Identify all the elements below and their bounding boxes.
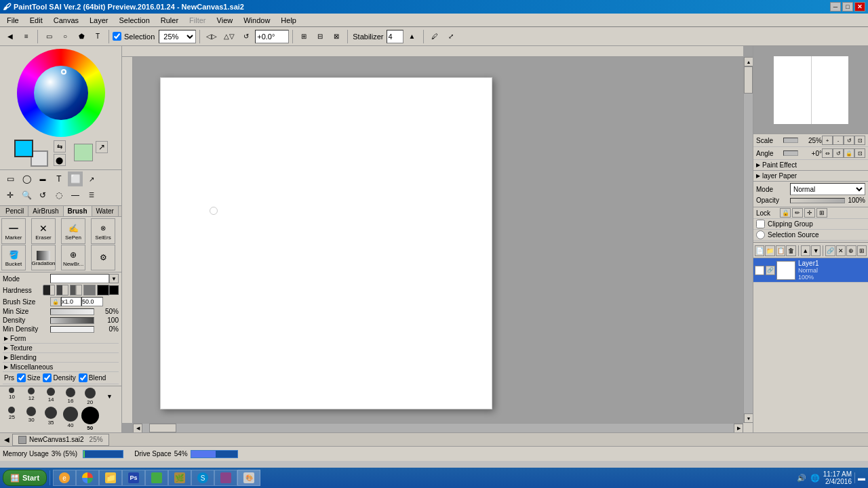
layer-folder-btn[interactable]: 📁: [765, 245, 774, 256]
preset-bucket[interactable]: 🪣 Bucket: [1, 245, 26, 270]
taskbar-photoshop[interactable]: Ps: [122, 470, 145, 486]
show-desktop-btn[interactable]: ▬: [854, 472, 865, 483]
reset-colors-btn[interactable]: ⬤: [54, 154, 66, 166]
scroll-right-btn[interactable]: ▶: [734, 424, 743, 432]
tool-select-ellipse[interactable]: ◌: [52, 188, 66, 203]
tool-arrow[interactable]: ↗: [84, 171, 99, 186]
brush-dot-10[interactable]: 10: [3, 388, 21, 405]
tool-line[interactable]: —: [68, 188, 83, 203]
tab-pencil[interactable]: Pencil: [1, 206, 28, 216]
scale-up-btn[interactable]: +: [822, 136, 833, 145]
preset-seers[interactable]: ⊗ SelErs: [91, 218, 115, 244]
tool-dropper[interactable]: ☰: [84, 188, 99, 203]
scroll-left-btn[interactable]: ◀: [133, 424, 142, 432]
canvas-area[interactable]: ◀ ▶ ▲ ▼: [122, 46, 753, 432]
menu-selection[interactable]: Selection: [114, 15, 155, 26]
minimize-button[interactable]: ─: [830, 2, 841, 12]
tool-ellipse[interactable]: ◯: [19, 171, 34, 186]
texture-section[interactable]: ▶ Texture: [3, 344, 119, 353]
brush-dot-20[interactable]: 20: [81, 388, 99, 405]
layer-merge-btn[interactable]: ⊕: [846, 245, 856, 256]
blend-checkbox-label[interactable]: Blend: [79, 373, 106, 382]
angle-more-btn[interactable]: ⊡: [854, 148, 865, 158]
layer-link-btn[interactable]: 🔗: [825, 245, 835, 256]
canvas-tab-1[interactable]: NewCanvas1.sai2 25%: [12, 434, 109, 446]
brush-dot-12[interactable]: 12: [22, 388, 41, 405]
brush-dot-25[interactable]: 25: [3, 407, 21, 431]
scroll-up-btn[interactable]: ▲: [744, 57, 753, 66]
toolbar-btn-a[interactable]: ⊞: [296, 29, 311, 44]
menu-canvas[interactable]: Canvas: [48, 15, 84, 26]
selection-source-radio[interactable]: [756, 230, 765, 239]
hardness-custom[interactable]: [109, 285, 119, 295]
form-section[interactable]: ▶ Form: [3, 334, 119, 344]
tool-rect[interactable]: ▭: [3, 171, 18, 186]
angle-slider[interactable]: [783, 150, 798, 156]
lock-transparent-btn[interactable]: 🔒: [780, 208, 791, 218]
toolbar-ellipse-btn[interactable]: ○: [58, 29, 73, 44]
brush-dot-16[interactable]: 16: [62, 388, 80, 405]
tool-fill-shape[interactable]: ▬: [35, 171, 50, 186]
menu-help[interactable]: Help: [275, 15, 302, 26]
layer-paper-header[interactable]: ▶ layer Paper: [753, 171, 868, 182]
tool-unknown1[interactable]: ⬜: [68, 171, 83, 186]
hardness-btn-3[interactable]: [70, 285, 82, 296]
toolbar-flip-v[interactable]: △▽: [221, 29, 237, 44]
paint-effect-header[interactable]: ▶ Paint Effect: [753, 160, 868, 171]
color-more-btn[interactable]: ↗: [96, 141, 108, 153]
layer-link-1[interactable]: 🔗: [766, 266, 775, 275]
taskbar-folder[interactable]: 📁: [99, 470, 122, 486]
menu-filter[interactable]: Filter: [184, 15, 211, 26]
tool-move[interactable]: ✛: [3, 188, 18, 203]
fg-color-swatch[interactable]: [14, 140, 33, 157]
hardness-btn-4[interactable]: [83, 285, 96, 296]
blending-section[interactable]: ▶ Blending: [3, 353, 119, 363]
preset-sepen[interactable]: ✍ SePen: [61, 218, 85, 244]
layer-vis-1[interactable]: 👁: [755, 266, 764, 275]
scale-down-btn[interactable]: -: [833, 136, 844, 145]
toolbar-rotate[interactable]: ↺: [239, 29, 254, 44]
brush-dot-30[interactable]: 30: [22, 407, 41, 431]
density-checkbox-label[interactable]: Density: [43, 373, 75, 382]
toolbar-arrow-btn[interactable]: ⤢: [443, 29, 458, 44]
lock-all-btn[interactable]: ⊞: [816, 208, 827, 218]
restore-button[interactable]: □: [842, 2, 853, 12]
layer-copy-btn[interactable]: 📋: [776, 245, 785, 256]
taskbar-skype[interactable]: S: [191, 470, 214, 486]
size-checkbox-label[interactable]: Size: [17, 373, 40, 382]
taskbar-app3[interactable]: [214, 470, 237, 486]
layer-merge-all-btn[interactable]: ⊞: [857, 245, 867, 256]
taskbar-ie[interactable]: e: [53, 470, 76, 486]
menu-ruler[interactable]: Ruler: [155, 15, 184, 26]
v-scroll-thumb[interactable]: [744, 66, 753, 94]
toolbar-menu-btn[interactable]: ≡: [19, 29, 34, 44]
brush-size-value[interactable]: [81, 297, 103, 306]
toolbar-nav-btn[interactable]: ◀: [3, 29, 18, 44]
stabilizer-input[interactable]: [387, 30, 403, 43]
taskbar-sai[interactable]: 🎨: [237, 470, 260, 486]
brush-dot-50[interactable]: 50: [81, 407, 99, 431]
v-scrollbar[interactable]: ▲ ▼: [743, 57, 753, 423]
tool-text[interactable]: T: [52, 171, 66, 186]
layer-delete-btn[interactable]: 🗑: [786, 245, 795, 256]
clipping-group-checkbox[interactable]: [756, 220, 765, 228]
preset-gradation[interactable]: Gradation: [31, 245, 56, 270]
brush-size-mult[interactable]: [61, 297, 81, 306]
menu-window[interactable]: Window: [238, 15, 275, 26]
hardness-btn-5[interactable]: [97, 285, 109, 296]
toolbar-btn-b[interactable]: ⊟: [313, 29, 328, 44]
layer-down-btn[interactable]: ▼: [811, 245, 821, 256]
preset-eraser[interactable]: ✕ Eraser: [31, 218, 56, 244]
canvas-viewport[interactable]: [133, 57, 743, 423]
h-scroll-track[interactable]: [142, 424, 734, 432]
drawing-canvas[interactable]: [160, 77, 492, 409]
tool-zoom[interactable]: 🔍: [19, 188, 34, 203]
angle-reset-btn[interactable]: ↺: [833, 148, 844, 158]
miscellaneous-section[interactable]: ▶ Miscellaneous: [3, 363, 119, 372]
blend-checkbox[interactable]: [79, 373, 87, 382]
stabilizer-up[interactable]: ▲: [405, 29, 420, 44]
toolbar-zoom-select[interactable]: 25%50%100%: [159, 30, 196, 43]
tab-nav-left[interactable]: ◀: [1, 434, 12, 446]
lock-paint-btn[interactable]: ✏: [792, 208, 803, 218]
tab-brush[interactable]: Brush: [64, 206, 92, 216]
